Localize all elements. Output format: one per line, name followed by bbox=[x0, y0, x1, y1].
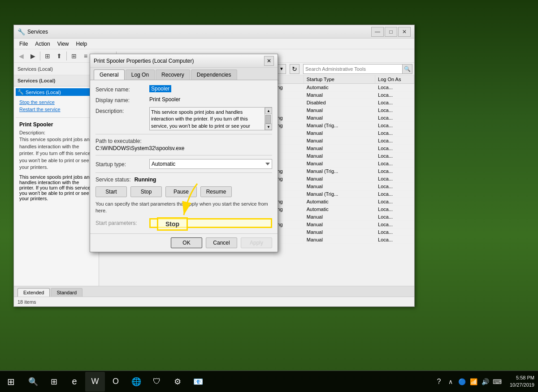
dialog-overlay: Print Spooler Properties (Local Computer… bbox=[0, 0, 538, 392]
startup-type-label: Startup type: bbox=[95, 160, 149, 168]
divider-2 bbox=[95, 155, 272, 155]
taskbar-system-area: ? ∧ 🔵 📶 🔊 ⌨ bbox=[430, 372, 506, 392]
start-params-row: Start parameters: bbox=[95, 218, 272, 228]
scroll-track bbox=[265, 114, 272, 124]
scroll-thumb[interactable] bbox=[265, 115, 271, 124]
taskbar-tools[interactable]: ⚙ bbox=[168, 372, 187, 392]
dialog-tab-dependencies[interactable]: Dependencies bbox=[191, 69, 237, 80]
ok-button[interactable]: OK bbox=[171, 237, 202, 248]
dialog-tab-recovery[interactable]: Recovery bbox=[156, 69, 190, 80]
path-row: Path to executable: C:\WINDOWS\System32\… bbox=[95, 138, 272, 151]
dialog-titlebar: Print Spooler Properties (Local Computer… bbox=[90, 54, 278, 68]
path-value: C:\WINDOWS\System32\spoolsv.exe bbox=[95, 145, 272, 151]
description-textarea-wrapper: This service spools print jobs and handl… bbox=[149, 107, 272, 130]
print-spooler-dialog: Print Spooler Properties (Local Computer… bbox=[90, 54, 278, 252]
taskbar-mail[interactable]: 📧 bbox=[188, 372, 208, 392]
hint-text: You can specify the start parameters tha… bbox=[95, 201, 272, 215]
taskbar: ⊞ 🔍 ⊞ e W O 🌐 🛡 ⚙ 📧 ? ∧ 🔵 📶 🔊 ⌨ 5:58 PM … bbox=[0, 370, 538, 392]
display-name-label: Display name: bbox=[95, 96, 149, 103]
display-name-row: Display name: Print Spooler bbox=[95, 96, 272, 103]
dialog-close-button[interactable]: ✕ bbox=[264, 56, 274, 66]
service-status-row: Service status: Running bbox=[95, 177, 272, 183]
divider-1 bbox=[95, 134, 272, 134]
taskbar-time: 5:58 PM bbox=[510, 375, 534, 381]
taskbar-task-view[interactable]: ⊞ bbox=[44, 372, 64, 392]
scroll-up-arrow[interactable]: ▲ bbox=[265, 108, 272, 114]
taskbar-bluetooth-icon[interactable]: 🔵 bbox=[457, 372, 468, 392]
service-action-buttons: Start Stop Pause Resume bbox=[95, 186, 272, 197]
start-button[interactable]: Start bbox=[95, 186, 127, 197]
taskbar-outlook[interactable]: O bbox=[106, 372, 126, 392]
taskbar-volume-icon[interactable]: 🔊 bbox=[480, 372, 491, 392]
scroll-down-arrow[interactable]: ▼ bbox=[265, 124, 272, 130]
startup-type-select[interactable]: Automatic Manual Disabled Automatic (Del… bbox=[149, 159, 272, 169]
resume-button[interactable]: Resume bbox=[200, 186, 232, 197]
service-name-label: Service name: bbox=[95, 86, 149, 93]
dialog-tabs: General Log On Recovery Dependencies bbox=[90, 68, 278, 80]
taskbar-internet-explorer[interactable]: e bbox=[65, 372, 84, 392]
start-params-label: Start parameters: bbox=[95, 220, 149, 226]
stop-button[interactable]: Stop bbox=[130, 186, 162, 197]
taskbar-clock[interactable]: 5:58 PM 10/27/2019 bbox=[506, 375, 538, 388]
taskbar-search-icon[interactable]: 🔍 bbox=[23, 372, 43, 392]
taskbar-shield[interactable]: 🛡 bbox=[147, 372, 167, 392]
cancel-button[interactable]: Cancel bbox=[206, 237, 237, 248]
dialog-tab-general[interactable]: General bbox=[94, 69, 125, 80]
service-name-value: Spooler bbox=[149, 86, 272, 92]
description-text: This service spools print jobs and handl… bbox=[150, 108, 265, 130]
taskbar-help-icon[interactable]: ? bbox=[434, 372, 444, 392]
pause-button[interactable]: Pause bbox=[165, 186, 197, 197]
dialog-tab-logon[interactable]: Log On bbox=[126, 69, 155, 80]
taskbar-network-icon[interactable]: 📶 bbox=[469, 372, 479, 392]
start-params-input[interactable] bbox=[149, 218, 272, 228]
taskbar-chevron-up-icon[interactable]: ∧ bbox=[445, 372, 456, 392]
service-name-highlight: Spooler bbox=[149, 85, 171, 92]
taskbar-date: 10/27/2019 bbox=[510, 382, 534, 388]
taskbar-chrome[interactable]: 🌐 bbox=[126, 372, 146, 392]
apply-button[interactable]: Apply bbox=[241, 237, 272, 248]
service-status-label: Service status: bbox=[95, 177, 131, 183]
taskbar-word[interactable]: W bbox=[85, 372, 105, 392]
divider-3 bbox=[95, 172, 272, 173]
taskbar-icons: 🔍 ⊞ e W O 🌐 🛡 ⚙ 📧 bbox=[22, 372, 430, 392]
startup-type-row: Startup type: Automatic Manual Disabled … bbox=[95, 159, 272, 169]
service-status-value: Running bbox=[134, 177, 156, 183]
description-text-content: This service spools print jobs and handl… bbox=[151, 109, 250, 130]
dialog-footer: OK Cancel Apply bbox=[90, 233, 278, 252]
description-label: Description: bbox=[95, 107, 149, 114]
description-scrollbar: ▲ ▼ bbox=[265, 108, 272, 130]
service-name-row: Service name: Spooler bbox=[95, 86, 272, 93]
taskbar-keyboard-icon[interactable]: ⌨ bbox=[492, 372, 503, 392]
dialog-title-text: Print Spooler Properties (Local Computer… bbox=[94, 58, 264, 64]
start-button[interactable]: ⊞ bbox=[0, 371, 22, 392]
description-row: Description: This service spools print j… bbox=[95, 107, 272, 130]
path-label: Path to executable: bbox=[95, 138, 272, 144]
dialog-general-content: Service name: Spooler Display name: Prin… bbox=[90, 80, 278, 233]
display-name-value: Print Spooler bbox=[149, 96, 272, 103]
